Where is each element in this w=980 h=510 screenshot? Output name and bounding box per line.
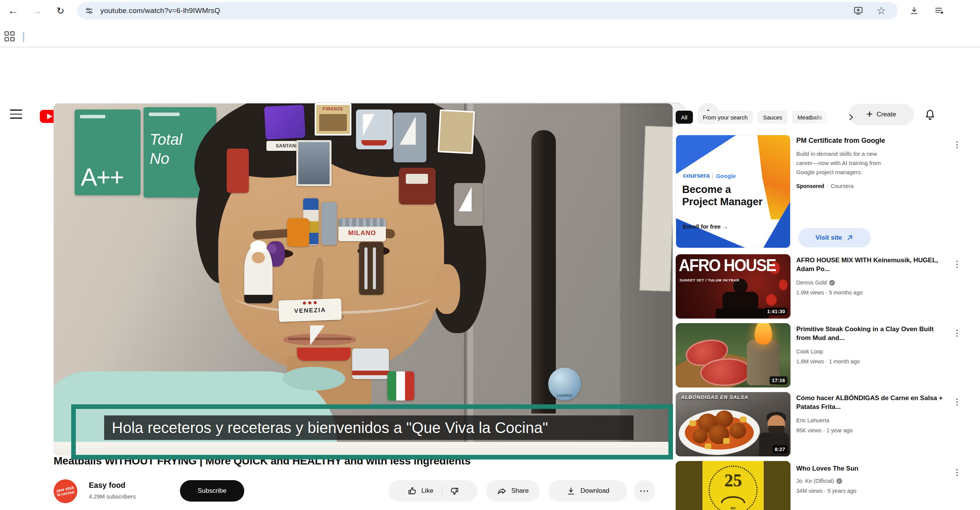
download-button[interactable]: Download (549, 480, 627, 502)
suggested-kebab-4-icon[interactable]: ⋮ (950, 466, 964, 479)
address-bar[interactable]: youtube.com/watch?v=6-lh9IWMrsQ (77, 2, 898, 20)
browser-reload-icon[interactable]: ↻ (51, 1, 70, 21)
magnet-boat (356, 110, 393, 149)
channel-name-text: Dennis Gold (796, 280, 827, 286)
magnet-venezia: VENEZIA (278, 298, 342, 322)
duration-badge: 8:27 (773, 445, 787, 453)
chips-chevron-right-icon[interactable] (843, 110, 859, 125)
person-collar (283, 367, 345, 391)
magnet-sail-2 (454, 183, 483, 226)
suggested-title-2[interactable]: Primitive Steak Cooking in a Clay Oven B… (796, 325, 944, 342)
ad-description-line: Build in-demand skills for a new (796, 149, 942, 159)
energy-word-top: Total (150, 131, 182, 148)
magnet-purple (264, 105, 305, 139)
visit-site-label: Visit site (815, 234, 842, 242)
lantern-decor (779, 280, 787, 290)
download-label: Download (580, 487, 609, 495)
lantern-decor (766, 294, 777, 306)
subscribe-button[interactable]: Subscribe (180, 480, 244, 502)
suggested-title-4[interactable]: Who Loves The Sun (796, 464, 944, 473)
chip-meatballs-wrap: Meatballs (792, 111, 839, 124)
counter-band (54, 442, 673, 456)
caption-text: Hola receteros y receteras y bienvenidos… (112, 419, 548, 436)
magnet-sailboat (394, 113, 426, 162)
video-player[interactable]: A++ Total No FIRENZE SANTANDER MILANO (54, 103, 673, 456)
chip-all[interactable]: All (676, 111, 693, 124)
channel-name-text: Eric Lahuerta (796, 417, 829, 423)
create-label: Create (877, 111, 896, 118)
magnet-firenze-label: FIRENZE (316, 105, 350, 113)
chip-meatballs[interactable]: Meatballs (792, 111, 827, 124)
thumb-4-line1: NU (676, 506, 791, 510)
browser-toolbar: ← → ↻ youtube.com/watch?v=6-lh9IWMrsQ ☆ (0, 0, 980, 47)
coursera-logo: coursera (683, 172, 709, 180)
dislike-button[interactable] (442, 480, 469, 502)
browser-back-icon[interactable]: ← (3, 1, 23, 21)
magnet-stamp (438, 110, 475, 154)
chip-sauces[interactable]: Sauces (758, 111, 787, 124)
channel-name-text: Jo. Ke (Official) (796, 478, 834, 484)
meatball (729, 423, 746, 439)
more-actions-button[interactable]: ⋯ (634, 480, 655, 502)
plus-icon: + (866, 108, 872, 120)
suggested-kebab-2-icon[interactable]: ⋮ (950, 326, 964, 340)
reading-list-icon[interactable] (932, 3, 947, 18)
magnet-chef-figurine (244, 246, 273, 303)
youtube-masthead: YouTube AE ✕ + Create (0, 48, 980, 103)
magnet-flag (387, 371, 414, 400)
apps-grid-icon[interactable] (5, 31, 15, 41)
magnet-luarca-label: LUARCA (548, 394, 581, 397)
ad-cta-link[interactable]: Enroll for free → (683, 223, 728, 230)
bookmark-star-icon[interactable]: ☆ (874, 3, 889, 18)
suggested-kebab-1-icon[interactable]: ⋮ (950, 257, 964, 271)
magnet-tall-city (322, 202, 337, 245)
thumb-1-title-text: AFRO HOUSE (679, 256, 776, 276)
suggested-channel-1[interactable]: Dennis Gold ✓ (796, 280, 835, 286)
suggested-thumbnail-4[interactable]: 25 NU WE LOVE THE SUN (676, 461, 791, 510)
chip-from-your-search[interactable]: From your search (697, 111, 753, 124)
energy-word-bottom: No (150, 150, 169, 167)
url-text[interactable]: youtube.com/watch?v=6-lh9IWMrsQ (100, 7, 220, 15)
magnet-white-boat (352, 348, 389, 379)
suggested-channel-3[interactable]: Eric Lahuerta (796, 417, 829, 423)
suggested-title-1[interactable]: AFRO HOUSE MIX WITH Keinemusik, HUGEL, A… (796, 256, 944, 273)
meatball (693, 429, 708, 443)
dot-separator: · (826, 183, 828, 189)
channel-avatar[interactable]: ¡que VIVA la cocina! (54, 479, 77, 503)
notifications-bell-icon[interactable] (922, 106, 938, 123)
magnet-red-tower (227, 149, 249, 193)
verified-badge-icon: ✓ (829, 280, 835, 286)
suggested-title-3[interactable]: Cómo hacer ALBÓNDIGAS de Carne en Salsa … (796, 394, 944, 411)
like-button[interactable]: Like (397, 480, 442, 502)
suggested-kebab-3-icon[interactable]: ⋮ (950, 395, 964, 409)
browser-forward-icon[interactable]: → (27, 1, 47, 21)
ad-thumbnail[interactable]: coursera Google Become a Project Manager… (676, 135, 791, 248)
site-settings-icon[interactable] (83, 5, 95, 16)
suggested-thumbnail-1[interactable]: AFRO HOUSE SUNSET SET / TULUM SKYBAR 1:4… (676, 254, 791, 319)
magnet-cutlery (359, 242, 384, 295)
like-label: Like (421, 487, 433, 495)
downloads-icon[interactable] (906, 3, 922, 18)
duration-badge: 17:16 (769, 376, 787, 384)
visit-site-button[interactable]: Visit site (798, 228, 871, 247)
suggested-channel-2[interactable]: Cook Loop (796, 348, 823, 355)
share-button[interactable]: Share (486, 480, 540, 502)
share-arrow-icon (497, 486, 507, 496)
ad-title[interactable]: PM Certificate from Google (796, 136, 944, 145)
menu-hamburger-icon[interactable] (10, 109, 22, 119)
install-app-icon[interactable] (851, 3, 866, 18)
suggested-thumbnail-2[interactable]: 17:16 (676, 323, 791, 387)
potato-cube (740, 417, 746, 422)
verified-badge-icon: ✓ (836, 478, 842, 484)
suggested-channel-4[interactable]: Jo. Ke (Official) ✓ (796, 478, 842, 484)
suggested-thumbnail-3[interactable]: ALBÓNDIGAS EN SALSA 8:27 (676, 392, 791, 456)
magnet-firenze: FIRENZE (315, 103, 351, 136)
magnet-venezia-label: VENEZIA (279, 304, 342, 317)
ad-kebab-menu-icon[interactable]: ⋮ (950, 138, 964, 152)
channel-name[interactable]: Easy food (89, 481, 126, 490)
thumb-4-number: 25 (676, 470, 791, 490)
external-arrow-icon (846, 234, 854, 242)
paper-notes (640, 126, 673, 292)
thumb-3-title-text: ALBÓNDIGAS EN SALSA (681, 394, 748, 400)
energy-grade-text: A++ (81, 163, 123, 191)
